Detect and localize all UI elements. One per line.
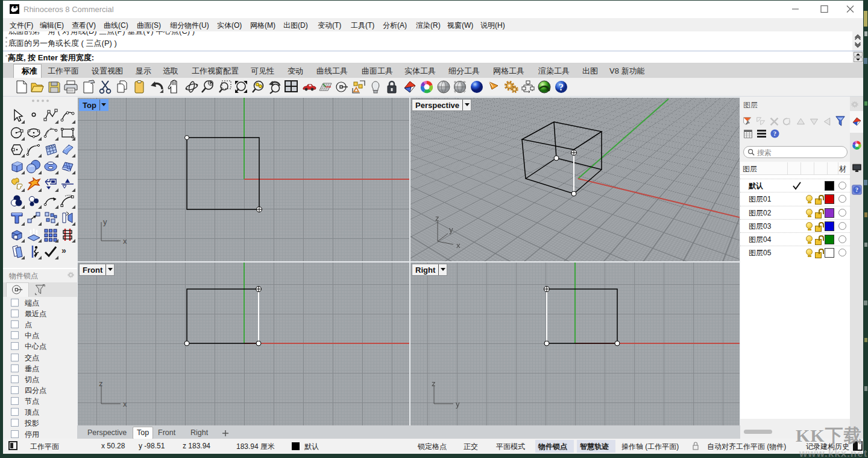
svg-text:x: x (456, 241, 461, 250)
svg-text:x: x (123, 237, 127, 246)
svg-text:y: y (456, 399, 460, 409)
svg-text:?: ? (773, 130, 776, 137)
svg-text:?: ? (559, 82, 564, 92)
svg-text:x: x (123, 399, 127, 409)
svg-text:?: ? (855, 186, 858, 193)
svg-text:z: z (99, 379, 103, 388)
svg-text:z: z (435, 216, 439, 223)
svg-text:z: z (432, 379, 436, 388)
svg-text:y: y (449, 225, 453, 234)
svg-text:y: y (103, 217, 107, 226)
